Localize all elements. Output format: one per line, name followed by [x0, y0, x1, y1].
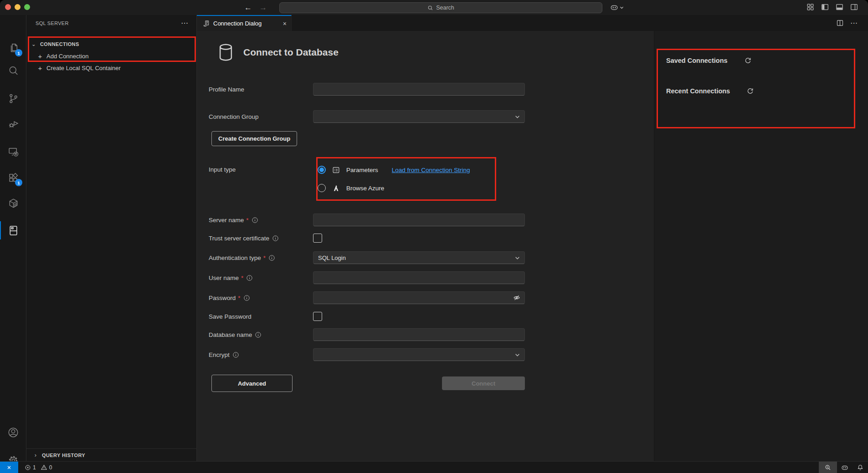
zoom-status-item[interactable] — [819, 462, 837, 473]
info-icon[interactable] — [255, 331, 262, 338]
query-history-section-header[interactable]: › QUERY HISTORY — [26, 448, 196, 461]
load-from-connection-string-link[interactable]: Load from Connection String — [392, 167, 470, 173]
input-type-options: Parameters Load from Connection String B… — [313, 162, 525, 196]
sidebar-more-actions-icon[interactable]: ⋯ — [181, 20, 188, 27]
password-input[interactable] — [313, 291, 525, 304]
window-controls — [5, 4, 30, 10]
error-icon — [25, 464, 31, 471]
explorer-icon[interactable]: 1 — [0, 37, 26, 59]
auth-type-row: Authentication type * SQL Login — [209, 251, 654, 264]
trust-cert-row: Trust server certificate — [209, 234, 654, 243]
remote-indicator[interactable] — [0, 462, 18, 473]
password-row: Password * — [209, 291, 654, 304]
tab-label: Connection Dialog — [213, 20, 262, 27]
info-icon[interactable] — [252, 217, 258, 224]
info-icon[interactable] — [272, 235, 279, 242]
create-connection-group-button[interactable]: Create Connection Group — [211, 131, 297, 146]
command-center-search[interactable]: Search — [279, 2, 602, 13]
toggle-primary-sidebar-icon[interactable] — [821, 3, 829, 11]
copilot-icon — [841, 463, 849, 472]
activity-bar: 1 1 — [0, 15, 26, 461]
status-bar: 1 0 — [0, 461, 868, 473]
toggle-password-visibility-icon[interactable] — [513, 294, 521, 302]
minimize-window-button[interactable] — [15, 4, 21, 10]
toggle-secondary-sidebar-icon[interactable] — [850, 3, 858, 11]
run-debug-icon[interactable] — [0, 112, 26, 134]
back-icon[interactable]: ← — [244, 3, 252, 12]
browse-azure-option: Browse Azure — [318, 180, 525, 196]
advanced-button[interactable]: Advanced — [211, 375, 293, 392]
search-view-icon[interactable] — [0, 60, 26, 81]
user-name-input[interactable] — [313, 271, 525, 284]
accounts-icon[interactable] — [0, 422, 26, 443]
encrypt-select[interactable] — [313, 348, 525, 361]
extensions-icon[interactable]: 1 — [0, 167, 26, 188]
customize-layout-icon[interactable] — [806, 3, 815, 11]
sidebar-title: SQL SERVER — [36, 20, 69, 26]
connect-button[interactable]: Connect — [442, 376, 525, 390]
server-name-input[interactable] — [313, 214, 525, 226]
auth-type-value: SQL Login — [318, 254, 346, 261]
chevron-down-icon — [515, 114, 520, 119]
dialog-title: Connect to Database — [243, 47, 339, 58]
encrypt-row: Encrypt — [209, 348, 654, 361]
tab-connection-dialog[interactable]: Connection Dialog × — [197, 15, 292, 31]
connection-dialog-icon — [203, 20, 210, 27]
close-tab-icon[interactable]: × — [283, 20, 287, 27]
browse-azure-label: Browse Azure — [346, 185, 384, 192]
connection-group-row: Connection Group — [209, 110, 654, 123]
saved-connections-title: Saved Connections — [666, 57, 728, 64]
plus-icon: + — [36, 52, 44, 60]
containers-icon[interactable] — [0, 192, 26, 214]
trust-cert-checkbox[interactable] — [313, 234, 322, 243]
sql-server-view-icon[interactable] — [0, 219, 26, 241]
create-local-sql-container-item[interactable]: + Create Local SQL Container — [26, 62, 196, 74]
forward-icon[interactable]: → — [259, 3, 267, 12]
save-password-checkbox[interactable] — [313, 312, 322, 321]
editor-more-actions-icon[interactable]: ⋯ — [850, 19, 858, 27]
user-name-row: User name * — [209, 271, 654, 284]
toggle-panel-icon[interactable] — [835, 3, 844, 11]
problems-status[interactable]: 1 0 — [25, 464, 55, 471]
connection-form: Connect to Database Profile Name Connect… — [197, 31, 654, 461]
info-icon[interactable] — [232, 351, 239, 358]
remote-explorer-icon[interactable] — [0, 141, 26, 163]
remote-icon — [5, 464, 13, 471]
add-connection-item[interactable]: + Add Connection — [26, 50, 196, 62]
database-name-input[interactable] — [313, 328, 525, 341]
encrypt-label: Encrypt — [209, 351, 230, 358]
parameters-radio[interactable] — [318, 166, 326, 174]
profile-name-input[interactable] — [313, 83, 525, 96]
info-icon[interactable] — [243, 295, 250, 301]
auth-type-select[interactable]: SQL Login — [313, 251, 525, 264]
zoom-window-button[interactable] — [24, 4, 30, 10]
extensions-badge: 1 — [15, 179, 22, 186]
browse-azure-radio[interactable] — [318, 184, 326, 192]
password-label: Password — [209, 295, 236, 301]
connections-section-header[interactable]: ⌄ CONNECTIONS — [26, 38, 196, 50]
refresh-icon[interactable] — [746, 87, 754, 95]
source-control-icon[interactable] — [0, 87, 26, 109]
info-icon[interactable] — [246, 275, 253, 281]
input-type-label: Input type — [209, 162, 313, 173]
split-editor-icon[interactable] — [836, 19, 844, 27]
azure-icon — [332, 184, 340, 193]
vscode-window: ← → Search 1 — [0, 0, 868, 473]
chevron-down-icon: ⌄ — [30, 41, 37, 47]
refresh-icon[interactable] — [744, 56, 752, 64]
required-asterisk: * — [263, 254, 266, 261]
required-asterisk: * — [241, 275, 243, 281]
required-asterisk: * — [246, 217, 248, 224]
close-window-button[interactable] — [5, 4, 11, 10]
chevron-down-icon — [515, 255, 520, 260]
recent-connections-row: Recent Connections — [666, 87, 754, 95]
editor-group: Connection Dialog × ⋯ Connect to Databas… — [197, 15, 868, 461]
info-icon[interactable] — [268, 254, 275, 261]
copilot-status-item[interactable] — [837, 462, 853, 473]
copilot-menu[interactable] — [610, 3, 624, 12]
sidebar-sql-server: SQL SERVER ⋯ ⌄ CONNECTIONS + Add Connect… — [26, 15, 197, 461]
titlebar: ← → Search — [0, 0, 868, 15]
server-name-row: Server name * — [209, 214, 654, 226]
notifications-bell[interactable] — [853, 462, 868, 473]
connection-group-select[interactable] — [313, 110, 525, 123]
